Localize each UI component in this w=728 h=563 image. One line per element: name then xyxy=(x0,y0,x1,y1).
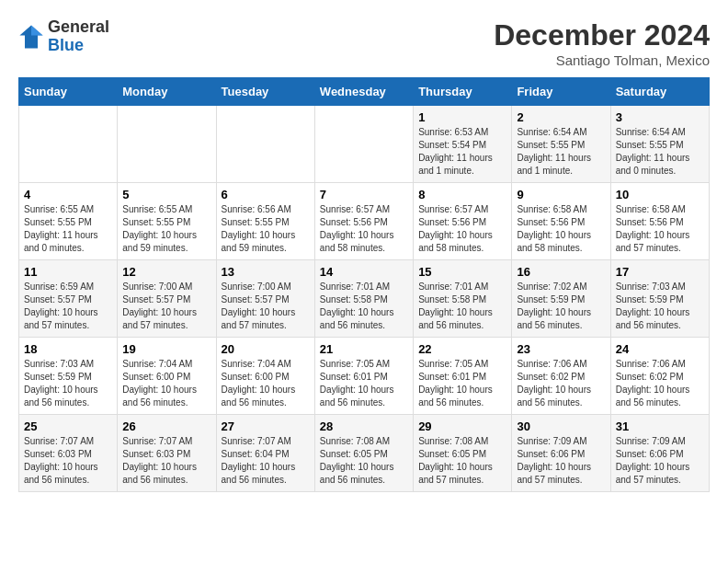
logo-text: General Blue xyxy=(48,18,109,55)
list-item: 14 Sunrise: 7:01 AM Sunset: 5:58 PM Dayl… xyxy=(314,260,413,338)
list-item xyxy=(216,106,314,183)
logo: General Blue xyxy=(18,18,109,55)
day-number: 24 xyxy=(616,342,704,356)
page-header: General Blue December 2024 Santiago Tolm… xyxy=(18,18,710,68)
list-item: 1 Sunrise: 6:53 AM Sunset: 5:54 PM Dayli… xyxy=(414,106,512,183)
list-item: 10 Sunrise: 6:58 AM Sunset: 5:56 PM Dayl… xyxy=(610,183,709,260)
day-info: Sunrise: 7:01 AM Sunset: 5:58 PM Dayligh… xyxy=(320,281,408,332)
col-wednesday: Wednesday xyxy=(314,78,413,106)
list-item: 2 Sunrise: 6:54 AM Sunset: 5:55 PM Dayli… xyxy=(512,106,610,183)
day-info: Sunrise: 7:04 AM Sunset: 6:00 PM Dayligh… xyxy=(222,358,310,409)
svg-marker-1 xyxy=(31,25,43,35)
day-number: 9 xyxy=(517,188,605,201)
list-item: 30 Sunrise: 7:09 AM Sunset: 6:06 PM Dayl… xyxy=(512,415,610,492)
day-info: Sunrise: 7:00 AM Sunset: 5:57 PM Dayligh… xyxy=(122,281,210,332)
day-number: 28 xyxy=(320,419,408,433)
list-item: 4 Sunrise: 6:55 AM Sunset: 5:55 PM Dayli… xyxy=(19,183,118,260)
calendar-table: Sunday Monday Tuesday Wednesday Thursday… xyxy=(18,77,710,492)
list-item: 31 Sunrise: 7:09 AM Sunset: 6:06 PM Dayl… xyxy=(610,415,709,492)
day-number: 31 xyxy=(616,419,704,433)
list-item: 20 Sunrise: 7:04 AM Sunset: 6:00 PM Dayl… xyxy=(216,338,314,415)
day-number: 3 xyxy=(616,110,704,124)
day-info: Sunrise: 7:01 AM Sunset: 5:58 PM Dayligh… xyxy=(418,281,506,332)
col-monday: Monday xyxy=(118,78,216,106)
day-number: 14 xyxy=(320,265,408,279)
day-info: Sunrise: 7:00 AM Sunset: 5:57 PM Dayligh… xyxy=(222,281,310,332)
list-item: 11 Sunrise: 6:59 AM Sunset: 5:57 PM Dayl… xyxy=(19,260,118,338)
list-item: 28 Sunrise: 7:08 AM Sunset: 6:05 PM Dayl… xyxy=(314,415,413,492)
day-info: Sunrise: 7:02 AM Sunset: 5:59 PM Dayligh… xyxy=(517,281,605,332)
day-number: 2 xyxy=(517,110,605,124)
day-info: Sunrise: 7:04 AM Sunset: 6:00 PM Dayligh… xyxy=(122,358,210,409)
list-item: 9 Sunrise: 6:58 AM Sunset: 5:56 PM Dayli… xyxy=(512,183,610,260)
table-row: 25 Sunrise: 7:07 AM Sunset: 6:03 PM Dayl… xyxy=(19,415,710,492)
day-number: 15 xyxy=(418,265,506,279)
day-number: 23 xyxy=(517,342,605,356)
day-info: Sunrise: 6:58 AM Sunset: 5:56 PM Dayligh… xyxy=(517,203,605,255)
list-item: 22 Sunrise: 7:05 AM Sunset: 6:01 PM Dayl… xyxy=(414,338,512,415)
day-info: Sunrise: 6:55 AM Sunset: 5:55 PM Dayligh… xyxy=(122,203,210,255)
logo-icon xyxy=(18,24,44,50)
day-info: Sunrise: 7:03 AM Sunset: 5:59 PM Dayligh… xyxy=(616,281,704,332)
day-number: 8 xyxy=(418,188,506,201)
list-item: 7 Sunrise: 6:57 AM Sunset: 5:56 PM Dayli… xyxy=(314,183,413,260)
day-number: 1 xyxy=(418,110,506,124)
day-number: 27 xyxy=(222,419,310,433)
table-row: 4 Sunrise: 6:55 AM Sunset: 5:55 PM Dayli… xyxy=(19,183,710,260)
list-item: 27 Sunrise: 7:07 AM Sunset: 6:04 PM Dayl… xyxy=(216,415,314,492)
day-number: 25 xyxy=(24,419,112,433)
day-info: Sunrise: 6:59 AM Sunset: 5:57 PM Dayligh… xyxy=(24,281,112,332)
day-number: 18 xyxy=(24,342,112,356)
day-number: 21 xyxy=(320,342,408,356)
day-info: Sunrise: 6:54 AM Sunset: 5:55 PM Dayligh… xyxy=(616,126,704,178)
logo-blue: Blue xyxy=(48,37,109,55)
location: Santiago Tolman, Mexico xyxy=(494,52,710,68)
table-row: 11 Sunrise: 6:59 AM Sunset: 5:57 PM Dayl… xyxy=(19,260,710,338)
day-number: 12 xyxy=(122,265,210,279)
list-item: 13 Sunrise: 7:00 AM Sunset: 5:57 PM Dayl… xyxy=(216,260,314,338)
list-item xyxy=(314,106,413,183)
list-item: 18 Sunrise: 7:03 AM Sunset: 5:59 PM Dayl… xyxy=(19,338,118,415)
day-number: 30 xyxy=(517,419,605,433)
list-item xyxy=(118,106,216,183)
day-info: Sunrise: 6:58 AM Sunset: 5:56 PM Dayligh… xyxy=(616,203,704,255)
day-info: Sunrise: 7:09 AM Sunset: 6:06 PM Dayligh… xyxy=(616,435,704,487)
day-info: Sunrise: 7:08 AM Sunset: 6:05 PM Dayligh… xyxy=(418,435,506,487)
list-item: 19 Sunrise: 7:04 AM Sunset: 6:00 PM Dayl… xyxy=(118,338,216,415)
day-info: Sunrise: 7:06 AM Sunset: 6:02 PM Dayligh… xyxy=(517,358,605,409)
day-info: Sunrise: 6:57 AM Sunset: 5:56 PM Dayligh… xyxy=(320,203,408,255)
col-saturday: Saturday xyxy=(610,78,709,106)
day-info: Sunrise: 6:53 AM Sunset: 5:54 PM Dayligh… xyxy=(418,126,506,178)
list-item: 24 Sunrise: 7:06 AM Sunset: 6:02 PM Dayl… xyxy=(610,338,709,415)
day-info: Sunrise: 7:07 AM Sunset: 6:04 PM Dayligh… xyxy=(222,435,310,487)
day-info: Sunrise: 6:56 AM Sunset: 5:55 PM Dayligh… xyxy=(222,203,310,255)
day-info: Sunrise: 6:57 AM Sunset: 5:56 PM Dayligh… xyxy=(418,203,506,255)
col-friday: Friday xyxy=(512,78,610,106)
day-info: Sunrise: 7:07 AM Sunset: 6:03 PM Dayligh… xyxy=(122,435,210,487)
day-number: 6 xyxy=(222,188,310,201)
list-item: 29 Sunrise: 7:08 AM Sunset: 6:05 PM Dayl… xyxy=(414,415,512,492)
calendar-header: Sunday Monday Tuesday Wednesday Thursday… xyxy=(19,78,710,106)
day-info: Sunrise: 6:55 AM Sunset: 5:55 PM Dayligh… xyxy=(24,203,112,255)
day-info: Sunrise: 7:07 AM Sunset: 6:03 PM Dayligh… xyxy=(24,435,112,487)
day-info: Sunrise: 7:09 AM Sunset: 6:06 PM Dayligh… xyxy=(517,435,605,487)
list-item: 21 Sunrise: 7:05 AM Sunset: 6:01 PM Dayl… xyxy=(314,338,413,415)
col-thursday: Thursday xyxy=(414,78,512,106)
day-number: 20 xyxy=(222,342,310,356)
col-tuesday: Tuesday xyxy=(216,78,314,106)
calendar-body: 1 Sunrise: 6:53 AM Sunset: 5:54 PM Dayli… xyxy=(19,106,710,492)
day-number: 10 xyxy=(616,188,704,201)
list-item: 23 Sunrise: 7:06 AM Sunset: 6:02 PM Dayl… xyxy=(512,338,610,415)
col-sunday: Sunday xyxy=(19,78,118,106)
table-row: 1 Sunrise: 6:53 AM Sunset: 5:54 PM Dayli… xyxy=(19,106,710,183)
table-row: 18 Sunrise: 7:03 AM Sunset: 5:59 PM Dayl… xyxy=(19,338,710,415)
day-number: 29 xyxy=(418,419,506,433)
day-number: 26 xyxy=(122,419,210,433)
list-item: 26 Sunrise: 7:07 AM Sunset: 6:03 PM Dayl… xyxy=(118,415,216,492)
list-item: 3 Sunrise: 6:54 AM Sunset: 5:55 PM Dayli… xyxy=(610,106,709,183)
header-row: Sunday Monday Tuesday Wednesday Thursday… xyxy=(19,78,710,106)
day-info: Sunrise: 7:06 AM Sunset: 6:02 PM Dayligh… xyxy=(616,358,704,409)
list-item: 8 Sunrise: 6:57 AM Sunset: 5:56 PM Dayli… xyxy=(414,183,512,260)
list-item: 15 Sunrise: 7:01 AM Sunset: 5:58 PM Dayl… xyxy=(414,260,512,338)
day-info: Sunrise: 7:03 AM Sunset: 5:59 PM Dayligh… xyxy=(24,358,112,409)
